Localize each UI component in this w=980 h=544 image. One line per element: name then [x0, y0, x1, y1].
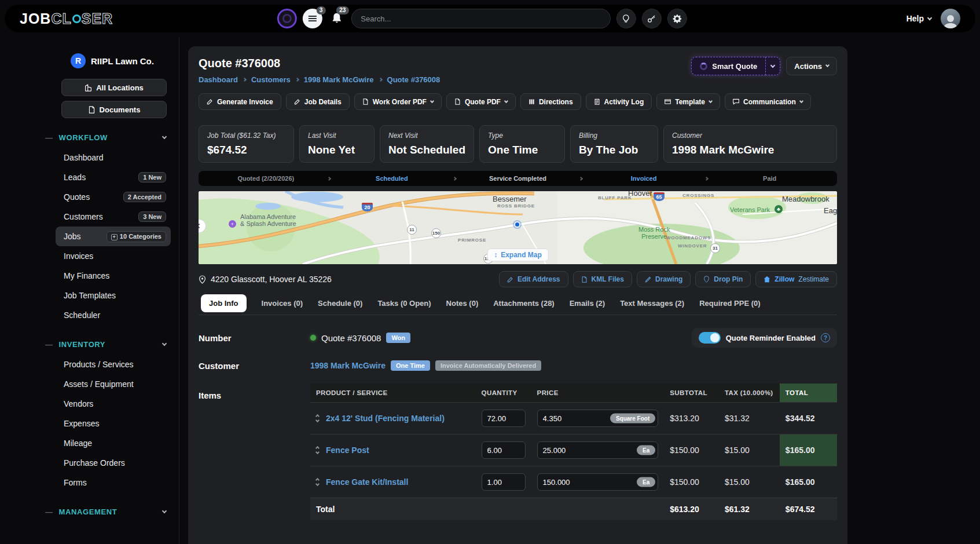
bell-icon[interactable]: 23 — [328, 9, 345, 28]
product-link[interactable]: 2x4 12' Stud (Fencing Material) — [326, 414, 445, 423]
progress-step-invoiced[interactable]: Invoiced — [582, 175, 706, 182]
items-table-header: PRODUCT / SERVICE QUANTITY PRICE SUBTOTA… — [310, 384, 837, 403]
col-quantity: QUANTITY — [476, 384, 531, 403]
work-order-pdf-button[interactable]: Work Order PDF — [354, 93, 442, 110]
sidebar-item-leads[interactable]: Leads1 New — [56, 167, 171, 187]
drawing-button[interactable]: Drawing — [637, 271, 691, 287]
sidebar-item-jobs[interactable]: Jobs+10 Categories — [56, 227, 171, 246]
progress-step-service-completed[interactable]: Service Completed — [456, 175, 579, 182]
stat-value: Not Scheduled — [388, 144, 465, 156]
activity-ring-icon[interactable] — [277, 9, 296, 28]
reorder-handle[interactable] — [316, 479, 319, 485]
tab-required-ppe[interactable]: Required PPE (0) — [699, 299, 760, 308]
quantity-input[interactable] — [482, 410, 526, 427]
reorder-handle[interactable] — [316, 415, 319, 422]
sidebar-item-assets-equipment[interactable]: Assets / Equipment — [56, 374, 171, 394]
zillow-zestimate-button[interactable]: Zillow Zestimate — [755, 271, 837, 287]
sidebar-item-expenses[interactable]: Expenses — [56, 414, 171, 433]
lightbulb-icon[interactable] — [616, 9, 636, 28]
generate-invoice-button[interactable]: Generate Invoice — [199, 93, 281, 110]
help-circle-icon[interactable]: ? — [821, 333, 830, 342]
tab-tasks[interactable]: Tasks (0 Open) — [377, 299, 431, 308]
progress-step-paid[interactable]: Paid — [708, 175, 831, 182]
sidebar-item-scheduler[interactable]: Scheduler — [56, 305, 171, 325]
plus-icon: + — [111, 234, 118, 240]
drop-pin-button[interactable]: Drop Pin — [695, 271, 751, 287]
tab-emails[interactable]: Emails (2) — [570, 299, 605, 308]
gear-icon[interactable] — [667, 9, 687, 28]
quote-reminder-toggle[interactable] — [699, 332, 721, 344]
map[interactable]: Bessemer Hoover Meadowbrook BLUFF PARK R… — [199, 191, 837, 264]
tab-attachments[interactable]: Attachments (28) — [493, 299, 554, 308]
actions-button[interactable]: Actions — [786, 57, 837, 75]
quote-pdf-button[interactable]: Quote PDF — [446, 93, 516, 110]
activity-log-icon — [594, 98, 600, 105]
company-switcher[interactable]: R RIIPL Lawn Co. — [71, 53, 171, 68]
breadcrumb-dashboard[interactable]: Dashboard — [199, 75, 238, 84]
queue-icon[interactable]: 3 — [302, 9, 322, 28]
expand-map-button[interactable]: ↕ Expand Map — [487, 249, 549, 261]
sidebar-item-products-services[interactable]: Products / Services — [56, 355, 171, 374]
smart-quote-caret-button[interactable] — [765, 57, 780, 75]
reorder-handle[interactable] — [316, 447, 319, 454]
directions-button[interactable]: Directions — [520, 93, 581, 110]
sidebar-item-quotes[interactable]: Quotes2 Accepted — [56, 187, 171, 207]
search-input[interactable] — [351, 9, 610, 28]
tab-schedule[interactable]: Schedule (0) — [318, 299, 362, 308]
breadcrumb-customers[interactable]: Customers — [251, 75, 291, 84]
nav-label: Customers — [64, 212, 103, 221]
sidebar-item-invoices[interactable]: Invoices — [56, 246, 171, 266]
edit-address-button[interactable]: Edit Address — [499, 271, 568, 287]
section-management[interactable]: — MANAGEMENT — [56, 508, 171, 516]
user-avatar[interactable] — [941, 9, 960, 28]
template-button[interactable]: Template — [656, 93, 720, 110]
tab-job-info[interactable]: Job Info — [201, 294, 247, 312]
customer-link[interactable]: 1998 Mark McGwire — [310, 361, 386, 370]
nav-label: Invoices — [64, 251, 93, 261]
sidebar-item-customers[interactable]: Customers3 New — [56, 207, 171, 227]
map-marker-dot[interactable] — [514, 221, 520, 228]
logo-text-ser: SER — [82, 10, 113, 27]
total-row-total: $674.52 — [780, 498, 837, 521]
job-details-button[interactable]: Job Details — [286, 93, 350, 110]
section-inventory[interactable]: — INVENTORY — [56, 340, 171, 349]
breadcrumb-quote[interactable]: Quote #376008 — [387, 75, 441, 84]
tab-invoices[interactable]: Invoices (0) — [262, 299, 303, 308]
kml-files-button[interactable]: KML Files — [573, 271, 632, 287]
sidebar-item-my-finances[interactable]: My Finances — [56, 266, 171, 286]
chevron-down-icon[interactable] — [315, 450, 320, 454]
subtotal-cell: $150.00 — [664, 466, 719, 498]
total-cell: $344.52 — [780, 403, 837, 435]
sidebar-item-vendors[interactable]: Vendors — [56, 394, 171, 414]
sidebar-item-purchase-orders[interactable]: Purchase Orders — [56, 453, 171, 473]
sidebar-item-mileage[interactable]: Mileage — [56, 433, 171, 453]
product-link[interactable]: Fence Post — [326, 446, 369, 455]
communication-button[interactable]: Communication — [725, 93, 811, 110]
chevron-down-icon[interactable] — [315, 418, 320, 422]
help-menu[interactable]: Help — [906, 14, 931, 23]
key-icon[interactable] — [641, 9, 661, 28]
progress-step-scheduled[interactable]: Scheduled — [331, 175, 454, 182]
documents-button[interactable]: Documents — [61, 101, 167, 118]
quantity-input[interactable] — [482, 473, 526, 491]
sidebar-item-dashboard[interactable]: Dashboard — [56, 148, 171, 167]
section-workflow[interactable]: — WORKFLOW — [56, 133, 171, 142]
product-link[interactable]: Fence Gate Kit/Install — [326, 477, 408, 487]
stat-label: Last Visit — [308, 132, 366, 140]
chevron-down-icon[interactable] — [315, 482, 320, 486]
sidebar-item-job-templates[interactable]: Job Templates — [56, 286, 171, 305]
breadcrumb-customer-name[interactable]: 1998 Mark McGwire — [304, 75, 374, 84]
sidebar-item-forms[interactable]: Forms — [56, 473, 171, 492]
activity-log-button[interactable]: Activity Log — [586, 93, 652, 110]
chevron-down-icon — [504, 98, 508, 103]
tab-notes[interactable]: Notes (0) — [446, 299, 479, 308]
all-locations-button[interactable]: All Locations — [61, 79, 167, 96]
kml-files-label: KML Files — [592, 275, 624, 283]
queue-lines-icon — [308, 16, 316, 21]
stat-value: By The Job — [579, 144, 649, 156]
tab-text-messages[interactable]: Text Messages (2) — [620, 299, 684, 308]
progress-step-quoted[interactable]: Quoted (2/20/2026) — [204, 175, 328, 182]
smart-quote-button[interactable]: Smart Quote — [691, 57, 765, 75]
quantity-input[interactable] — [482, 441, 526, 459]
app-logo[interactable]: JOBCLSER — [20, 10, 113, 27]
